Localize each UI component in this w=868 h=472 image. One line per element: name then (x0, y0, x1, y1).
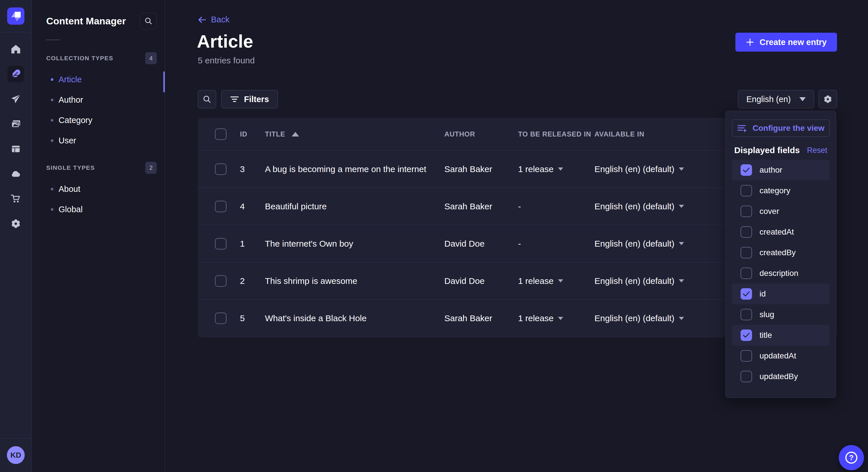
cell-release[interactable]: 1 release (518, 313, 594, 323)
configure-view-button[interactable]: Configure the view (732, 120, 830, 137)
filter-icon (230, 96, 239, 103)
gear-icon (823, 94, 833, 104)
view-settings-popover: Configure the view Displayed fields Rese… (725, 111, 836, 398)
cell-release[interactable]: 1 release (518, 276, 594, 286)
cell-release: - (518, 239, 594, 248)
field-toggle-author[interactable]: author (732, 160, 830, 180)
field-toggle-updatedBy[interactable]: updatedBy (732, 366, 830, 387)
bullet-icon (51, 139, 53, 142)
subnav-search-button[interactable] (140, 12, 157, 29)
checkbox-icon[interactable] (741, 206, 752, 217)
field-toggle-createdAt[interactable]: createdAt (732, 222, 830, 242)
toolbar-right: English (en) (738, 90, 837, 108)
strapi-logo-icon[interactable] (7, 7, 24, 25)
back-link[interactable]: Back (198, 15, 229, 24)
filters-button[interactable]: Filters (221, 90, 278, 108)
checkbox-icon[interactable] (741, 226, 752, 238)
field-toggle-description[interactable]: description (732, 263, 830, 283)
checkbox-icon[interactable] (741, 247, 752, 258)
field-toggle-id[interactable]: id (732, 283, 830, 304)
displayed-fields-title: Displayed fields (734, 145, 800, 155)
subnav-item-author[interactable]: Author (32, 90, 165, 110)
cell-title: A bug is becoming a meme on the internet (265, 164, 444, 174)
subnav-item-global[interactable]: Global (32, 199, 165, 220)
single-types-label: SINGLE TYPES (46, 164, 95, 171)
locale-dropdown[interactable]: English (en) (738, 90, 814, 108)
field-toggle-category[interactable]: category (732, 180, 830, 201)
checkbox-checked-icon[interactable] (741, 288, 752, 300)
cell-title: Beautiful picture (265, 202, 444, 211)
chevron-down-icon (679, 279, 684, 282)
active-item-indicator (163, 71, 165, 92)
search-button[interactable] (198, 90, 216, 108)
column-header-release[interactable]: TO BE RELEASED IN (518, 130, 594, 138)
checkbox-icon[interactable] (741, 185, 752, 196)
row-checkbox[interactable] (215, 238, 226, 249)
nav-releases-button[interactable] (7, 91, 24, 107)
view-settings-button[interactable] (818, 90, 837, 108)
subnav-header: Content Manager (32, 0, 165, 29)
nav-content-type-builder-button[interactable] (7, 140, 24, 157)
bullet-icon (51, 119, 53, 122)
bullet-icon (51, 208, 53, 211)
home-icon (11, 44, 21, 54)
single-types-menu: About Global (32, 179, 165, 220)
strapi-logo-glyph (7, 7, 24, 25)
question-mark-icon: ? (845, 452, 857, 464)
nav-footer: KD (0, 438, 32, 472)
checkbox-icon[interactable] (741, 350, 752, 362)
sort-ascending-icon (291, 132, 299, 136)
back-label: Back (211, 15, 229, 24)
nav-media-library-button[interactable] (7, 115, 24, 132)
send-icon (11, 94, 21, 104)
chevron-down-icon (679, 317, 684, 320)
checkbox-checked-icon[interactable] (741, 330, 752, 341)
column-header-id[interactable]: ID (240, 130, 265, 138)
nav-home-button[interactable] (7, 41, 24, 57)
chevron-down-icon (558, 167, 563, 171)
column-header-author[interactable]: AUTHOR (444, 130, 518, 138)
row-checkbox[interactable] (215, 312, 226, 324)
entries-count: 5 entries found (198, 56, 255, 65)
nav-settings-button[interactable] (7, 215, 24, 232)
field-toggle-slug[interactable]: slug (732, 304, 830, 325)
row-checkbox[interactable] (215, 275, 226, 287)
cell-title: This shrimp is awesome (265, 276, 444, 286)
chevron-down-icon (558, 317, 563, 320)
search-icon (144, 17, 152, 25)
single-types-section: SINGLE TYPES 2 (32, 162, 165, 174)
nav-marketplace-button[interactable] (7, 191, 24, 207)
row-checkbox[interactable] (215, 164, 226, 175)
row-checkbox[interactable] (215, 201, 226, 212)
checkbox-checked-icon[interactable] (741, 164, 752, 176)
chevron-down-icon (679, 167, 684, 171)
checkbox-icon[interactable] (741, 371, 752, 382)
nav-content-manager-button[interactable] (7, 66, 24, 82)
column-header-title[interactable]: TITLE (265, 130, 444, 138)
create-new-entry-button[interactable]: Create new entry (735, 33, 837, 52)
subnav-item-category[interactable]: Category (32, 110, 165, 131)
avatar[interactable]: KD (7, 446, 25, 464)
subnav-item-user[interactable]: User (32, 131, 165, 151)
field-toggle-updatedAt[interactable]: updatedAt (732, 345, 830, 366)
collection-types-label: COLLECTION TYPES (46, 55, 113, 62)
field-toggle-title[interactable]: title (732, 325, 830, 345)
cell-id: 2 (240, 276, 265, 286)
main-nav: KD (0, 0, 32, 472)
select-all-checkbox[interactable] (215, 129, 226, 140)
cell-title: The internet's Own boy (265, 239, 444, 248)
field-toggle-cover[interactable]: cover (732, 201, 830, 222)
subnav-item-about[interactable]: About (32, 179, 165, 199)
reset-button[interactable]: Reset (807, 146, 827, 155)
nav-icons (7, 41, 24, 240)
cell-author: Sarah Baker (444, 164, 518, 174)
cell-release[interactable]: 1 release (518, 164, 594, 174)
checkbox-icon[interactable] (741, 268, 752, 279)
nav-deploy-button[interactable] (7, 165, 24, 182)
help-button[interactable]: ? (839, 445, 864, 470)
plus-icon (746, 38, 754, 46)
checkbox-icon[interactable] (741, 309, 752, 320)
field-toggle-createdBy[interactable]: createdBy (732, 242, 830, 263)
subnav-item-article[interactable]: Article (32, 69, 165, 90)
chevron-down-icon (799, 97, 806, 101)
